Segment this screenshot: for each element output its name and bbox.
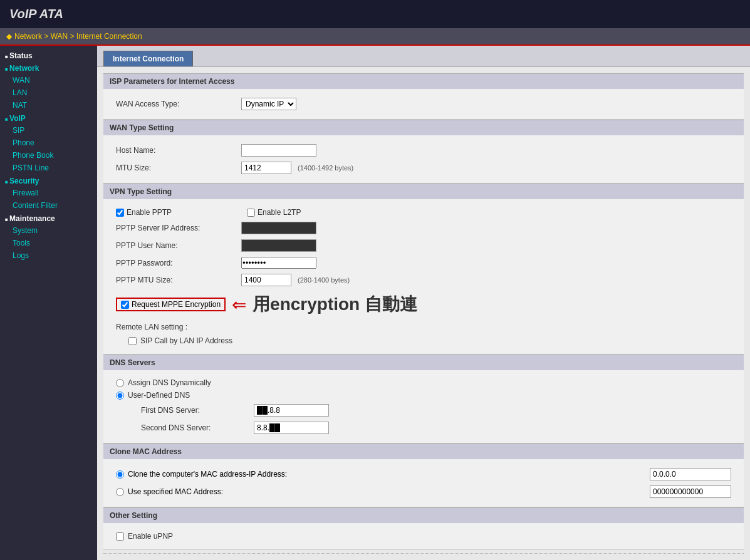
clone-computer-label: Clone the computer's MAC address-IP Addr… [128, 470, 287, 479]
section-isp-header: ISP Parameters for Internet Access [103, 73, 744, 89]
clone-computer-radio[interactable] [116, 470, 124, 479]
sidebar-group-security[interactable]: Security [0, 174, 97, 187]
section-vpn-body: Enable PPTP Enable L2TP PPTP Server IP A… [103, 199, 744, 355]
dns-user-radio[interactable] [116, 391, 124, 400]
pptp-mtu-note: (280-1400 bytes) [298, 276, 350, 284]
pptp-username-label: PPTP User Name: [116, 241, 241, 250]
second-dns-label: Second DNS Server: [128, 423, 254, 432]
sidebar-item-content-filter[interactable]: Content Filter [0, 199, 97, 212]
section-isp-body: WAN Access Type: Dynamic IP [103, 89, 744, 120]
annotation-arrow: ⇐ [232, 294, 246, 315]
tab-bar: Internet Connection [97, 46, 750, 67]
section-other-body: Enable uPNP [103, 523, 744, 550]
section-wan-type-header: WAN Type Setting [103, 120, 744, 135]
pptp-mtu-label: PPTP MTU Size: [116, 276, 241, 284]
sidebar-item-sip[interactable]: SIP [0, 124, 97, 137]
section-vpn-header: VPN Type Setting [103, 184, 744, 199]
mtu-size-input[interactable] [241, 162, 291, 174]
dns-dynamic-label: Assign DNS Dynamically [128, 378, 211, 387]
breadcrumb-diamond: ◆ [6, 32, 12, 41]
upnp-label: Enable uPNP [128, 532, 173, 541]
enable-l2tp-label: Enable L2TP [258, 208, 301, 217]
enable-pptp-label: Enable PPTP [127, 208, 172, 217]
pptp-username-input[interactable] [241, 239, 316, 252]
mppe-checkbox[interactable] [121, 301, 129, 309]
sidebar-item-nat[interactable]: NAT [0, 99, 97, 111]
section-wan-type-body: Host Name: MTU Size: (1400-1492 bytes) [103, 135, 744, 184]
second-dns-input[interactable] [254, 422, 329, 434]
sidebar-item-system[interactable]: System [0, 224, 97, 237]
sidebar-group-voip[interactable]: VoIP [0, 111, 97, 124]
wan-access-type-label: WAN Access Type: [116, 100, 241, 108]
sidebar-item-phonebook[interactable]: Phone Book [0, 149, 97, 162]
first-dns-label: First DNS Server: [128, 406, 254, 415]
section-dns-header: DNS Servers [103, 355, 744, 370]
section-other-header: Other Setting [103, 507, 744, 523]
pptp-server-label: PPTP Server IP Address: [116, 224, 241, 232]
sidebar-item-lan[interactable]: LAN [0, 86, 97, 99]
app-header: VoIP ATA [0, 0, 750, 28]
pptp-password-label: PPTP Password: [116, 259, 241, 267]
sidebar-item-wan[interactable]: WAN [0, 74, 97, 86]
breadcrumb: Network > WAN > Internet Connection [14, 32, 142, 41]
use-specified-label: Use specified MAC Address: [128, 487, 223, 496]
use-specified-value-input[interactable] [650, 485, 731, 498]
first-dns-input[interactable] [254, 404, 329, 417]
dns-user-label: User-Defined DNS [128, 391, 190, 400]
host-name-input[interactable] [241, 144, 316, 157]
sidebar-group-status[interactable]: Status [0, 49, 97, 61]
pptp-server-input[interactable] [241, 222, 316, 234]
sidebar-group-network[interactable]: Network [0, 61, 97, 74]
dns-dynamic-radio[interactable] [116, 379, 124, 387]
remote-lan-label: Remote LAN setting : [116, 323, 241, 331]
annotation-text: 用encryption 自動連 [253, 293, 417, 316]
section-clone-mac-header: Clone MAC Address [103, 443, 744, 459]
sidebar-item-pstn[interactable]: PSTN Line [0, 162, 97, 174]
sip-call-checkbox[interactable] [128, 337, 137, 345]
content-area: Internet Connection ISP Parameters for I… [97, 46, 750, 560]
sidebar-item-logs[interactable]: Logs [0, 249, 97, 262]
sidebar-group-maintenance[interactable]: Maintenance [0, 212, 97, 224]
host-name-label: Host Name: [116, 146, 241, 155]
enable-l2tp-checkbox[interactable] [247, 209, 255, 217]
sidebar-item-tools[interactable]: Tools [0, 237, 97, 249]
sidebar-item-firewall[interactable]: Firewall [0, 187, 97, 199]
tab-internet-connection[interactable]: Internet Connection [103, 51, 193, 66]
pptp-password-input[interactable] [241, 257, 316, 269]
section-dns-body: Assign DNS Dynamically User-Defined DNS … [103, 370, 744, 443]
mppe-box: Request MPPE Encryption [116, 298, 226, 311]
use-specified-radio[interactable] [116, 488, 124, 496]
mtu-size-note: (1400-1492 bytes) [298, 164, 353, 172]
breadcrumb-bar: ◆ Network > WAN > Internet Connection [0, 28, 750, 46]
mppe-label: Request MPPE Encryption [132, 300, 221, 309]
enable-pptp-checkbox[interactable] [116, 209, 124, 217]
upnp-checkbox[interactable] [116, 532, 124, 541]
sidebar-item-phone[interactable]: Phone [0, 137, 97, 149]
pptp-mtu-input[interactable] [241, 274, 291, 286]
wan-access-type-select[interactable]: Dynamic IP [241, 98, 296, 110]
mppe-row: Request MPPE Encryption ⇐ 用encryption 自動… [116, 289, 731, 320]
sidebar: Status Network WAN LAN NAT VoIP SIP Phon… [0, 46, 97, 560]
buttons-area: Apply Reset [103, 553, 744, 560]
app-title: VoIP ATA [9, 7, 63, 21]
mtu-size-label: MTU Size: [116, 163, 241, 172]
clone-computer-value-input[interactable] [650, 468, 731, 480]
sip-call-label: SIP Call by LAN IP Address [140, 336, 232, 345]
section-clone-mac-body: Clone the computer's MAC address-IP Addr… [103, 459, 744, 507]
